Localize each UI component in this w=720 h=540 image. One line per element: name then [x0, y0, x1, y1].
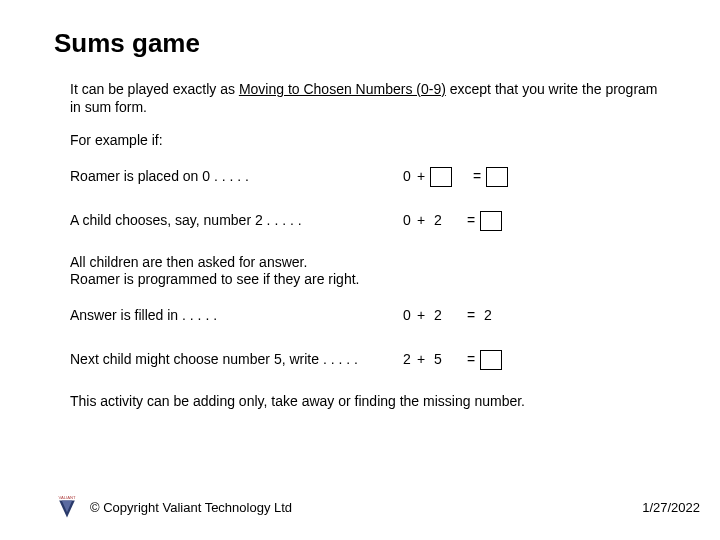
page-title: Sums game — [54, 28, 666, 59]
result-box — [480, 211, 502, 231]
intro-paragraph: It can be played exactly as Moving to Ch… — [70, 81, 666, 116]
operator: + — [414, 168, 428, 186]
operand-a: 0 — [400, 168, 414, 186]
expression: 0 + 2 = — [400, 211, 504, 231]
example-row: Answer is filled in . . . . . 0 + 2 = 2 — [70, 305, 666, 327]
expression: 0 + 2 = 2 — [400, 307, 498, 325]
operator: + — [414, 307, 428, 325]
example-row: Roamer is placed on 0 . . . . . 0 + = — [70, 166, 666, 188]
closing-paragraph: This activity can be adding only, take a… — [70, 393, 666, 411]
result-value: 2 — [478, 307, 498, 325]
operator: + — [414, 351, 428, 369]
mid-paragraph-line2: Roamer is programmed to see if they are … — [70, 271, 666, 289]
input-box — [430, 167, 452, 187]
expression: 0 + = — [400, 167, 510, 187]
equals: = — [464, 351, 478, 369]
intro-prefix: It can be played exactly as — [70, 81, 239, 97]
operand-a: 0 — [400, 212, 414, 230]
operand-b: 2 — [428, 212, 448, 230]
copyright-label: Copyright Valiant Technology Ltd — [103, 500, 292, 515]
equals: = — [470, 168, 484, 186]
result-box — [486, 167, 508, 187]
svg-text:VALIANT: VALIANT — [58, 495, 75, 500]
operand-b: 2 — [428, 307, 448, 325]
copyright-text: © Copyright Valiant Technology Ltd — [90, 500, 292, 515]
operand-b: 5 — [428, 351, 448, 369]
operand-a: 2 — [400, 351, 414, 369]
operand-a: 0 — [400, 307, 414, 325]
expression: 2 + 5 = — [400, 350, 504, 370]
footer-left: VALIANT © Copyright Valiant Technology L… — [54, 494, 292, 520]
intro-link[interactable]: Moving to Chosen Numbers (0-9) — [239, 81, 446, 97]
operator: + — [414, 212, 428, 230]
equals: = — [464, 307, 478, 325]
body-content: It can be played exactly as Moving to Ch… — [54, 81, 666, 410]
row-text: Answer is filled in . . . . . — [70, 307, 400, 325]
example-row: Next child might choose number 5, write … — [70, 349, 666, 371]
copyright-symbol: © — [90, 500, 100, 515]
example-row: A child chooses, say, number 2 . . . . .… — [70, 210, 666, 232]
mid-paragraph-line1: All children are then asked for answer. — [70, 254, 666, 272]
row-text: Next child might choose number 5, write … — [70, 351, 400, 369]
equals: = — [464, 212, 478, 230]
result-box — [480, 350, 502, 370]
footer-date: 1/27/2022 — [642, 500, 700, 515]
for-example-label: For example if: — [70, 132, 666, 150]
footer: VALIANT © Copyright Valiant Technology L… — [54, 494, 700, 520]
row-text: A child chooses, say, number 2 . . . . . — [70, 212, 400, 230]
valiant-logo-icon: VALIANT — [54, 494, 80, 520]
row-text: Roamer is placed on 0 . . . . . — [70, 168, 400, 186]
